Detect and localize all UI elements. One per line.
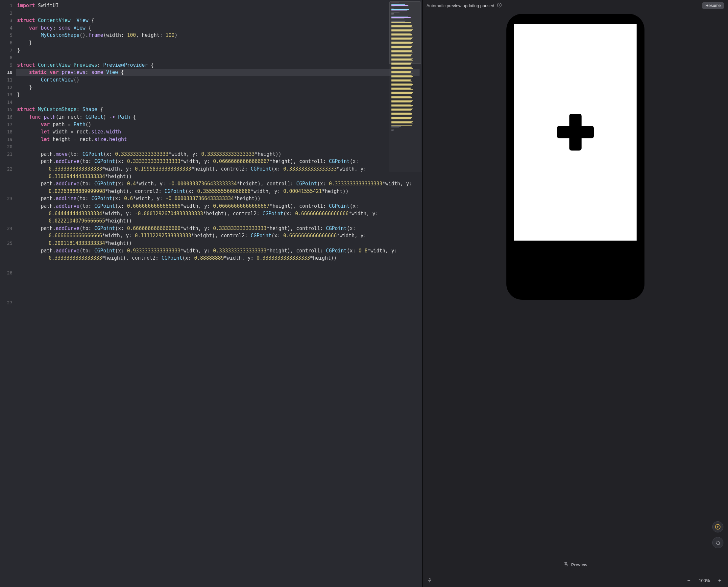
line-number[interactable]: 16 <box>0 113 13 121</box>
code-line[interactable]: MyCustomShape().frame(width: 100, height… <box>17 31 419 39</box>
line-number[interactable]: 20 <box>0 143 13 150</box>
zoom-out-button[interactable]: − <box>685 577 692 584</box>
preview-header: Automatic preview updating paused Resume <box>423 0 728 11</box>
line-number[interactable]: 18 <box>0 128 13 136</box>
code-line[interactable]: } <box>17 91 419 99</box>
preview-canvas[interactable]: Preview <box>423 11 728 574</box>
line-number[interactable]: 17 <box>0 121 13 128</box>
live-preview-button[interactable] <box>712 521 723 533</box>
rendered-shape <box>557 114 594 150</box>
zoom-level[interactable]: 100% <box>697 578 711 583</box>
minimap-viewport[interactable] <box>389 1 421 64</box>
line-number[interactable]: 3 <box>0 17 13 24</box>
code-line[interactable]: path.addLine(to: CGPoint(x: 0.6*width, y… <box>17 195 419 203</box>
line-number[interactable]: 25 <box>0 240 13 247</box>
line-number[interactable]: 13 <box>0 91 13 99</box>
preview-label: Preview <box>563 562 587 568</box>
line-number[interactable]: 15 <box>0 106 13 113</box>
code-line[interactable]: let height = rect.size.height <box>17 136 419 143</box>
code-line[interactable]: path.addCurve(to: CGPoint(x: 0.333333333… <box>17 158 419 180</box>
line-number[interactable]: 14 <box>0 99 13 106</box>
info-icon[interactable] <box>497 3 502 8</box>
preview-label-text: Preview <box>571 562 587 567</box>
pin-off-icon <box>563 562 569 568</box>
line-number[interactable]: 27 <box>0 299 13 307</box>
code-line[interactable]: struct ContentView: View { <box>17 17 419 24</box>
pin-button[interactable] <box>427 578 432 584</box>
zoom-in-button[interactable]: + <box>716 577 723 584</box>
code-line[interactable]: var path = Path() <box>17 121 419 128</box>
line-number[interactable]: 19 <box>0 136 13 143</box>
code-line[interactable]: path.addCurve(to: CGPoint(x: 0.933333333… <box>17 247 419 262</box>
phone-frame <box>506 14 644 300</box>
line-number[interactable]: 11 <box>0 76 13 84</box>
duplicate-preview-button[interactable] <box>712 537 723 548</box>
code-line[interactable]: } <box>17 84 419 91</box>
code-line[interactable] <box>17 54 419 62</box>
line-number[interactable]: 26 <box>0 269 13 277</box>
line-number[interactable]: 12 <box>0 84 13 91</box>
line-number[interactable]: 10 <box>0 69 13 76</box>
line-number[interactable]: 22 <box>0 165 13 173</box>
code-line[interactable]: } <box>17 39 419 47</box>
editor-scroll[interactable]: 123456789101112131415161718192021 22 23 … <box>0 0 422 587</box>
line-number[interactable]: 7 <box>0 47 13 54</box>
code-line[interactable] <box>17 9 419 17</box>
code-line[interactable] <box>17 143 419 150</box>
line-number-gutter[interactable]: 123456789101112131415161718192021 22 23 … <box>0 0 16 587</box>
code-line[interactable]: static var previews: some View { <box>17 69 419 76</box>
code-line[interactable]: path.move(to: CGPoint(x: 0.3333333333333… <box>17 150 419 158</box>
line-number[interactable]: 21 <box>0 150 13 158</box>
line-number[interactable]: 8 <box>0 54 13 62</box>
line-number[interactable]: 5 <box>0 31 13 39</box>
phone-screen <box>514 24 637 241</box>
code-line[interactable] <box>17 99 419 106</box>
line-number[interactable]: 6 <box>0 39 13 47</box>
line-number[interactable]: 1 <box>0 2 13 9</box>
minimap[interactable] <box>389 1 421 172</box>
line-number[interactable]: 2 <box>0 9 13 17</box>
code-line[interactable]: path.addCurve(to: CGPoint(x: 0.666666666… <box>17 225 419 247</box>
resume-button[interactable]: Resume <box>702 2 724 9</box>
line-number[interactable]: 24 <box>0 225 13 232</box>
code-line[interactable]: let width = rect.size.width <box>17 128 419 136</box>
preview-pane: Automatic preview updating paused Resume <box>422 0 728 587</box>
preview-footer: − 100% + <box>423 574 728 587</box>
code-area[interactable]: import SwiftUI struct ContentView: View … <box>16 0 422 587</box>
code-line[interactable]: path.addCurve(to: CGPoint(x: 0.666666666… <box>17 203 419 225</box>
line-number[interactable]: 23 <box>0 195 13 203</box>
svg-rect-5 <box>717 542 720 544</box>
line-number[interactable]: 4 <box>0 24 13 32</box>
code-line[interactable]: } <box>17 47 419 54</box>
svg-point-2 <box>499 4 499 5</box>
code-line[interactable]: path.addCurve(to: CGPoint(x: 0.4*width, … <box>17 180 419 195</box>
editor-pane: 123456789101112131415161718192021 22 23 … <box>0 0 422 587</box>
svg-marker-4 <box>718 526 719 528</box>
canvas-controls <box>712 521 723 548</box>
code-line[interactable]: var body: some View { <box>17 24 419 32</box>
line-number[interactable]: 9 <box>0 62 13 69</box>
preview-status-text: Automatic preview updating paused <box>427 3 494 8</box>
code-line[interactable]: ContentView() <box>17 76 419 84</box>
code-line[interactable]: func path(in rect: CGRect) -> Path { <box>17 113 419 121</box>
code-line[interactable]: struct ContentView_Previews: PreviewProv… <box>17 62 419 69</box>
app-root: 123456789101112131415161718192021 22 23 … <box>0 0 728 587</box>
code-line[interactable]: import SwiftUI <box>17 2 419 9</box>
code-line[interactable]: struct MyCustomShape: Shape { <box>17 106 419 113</box>
